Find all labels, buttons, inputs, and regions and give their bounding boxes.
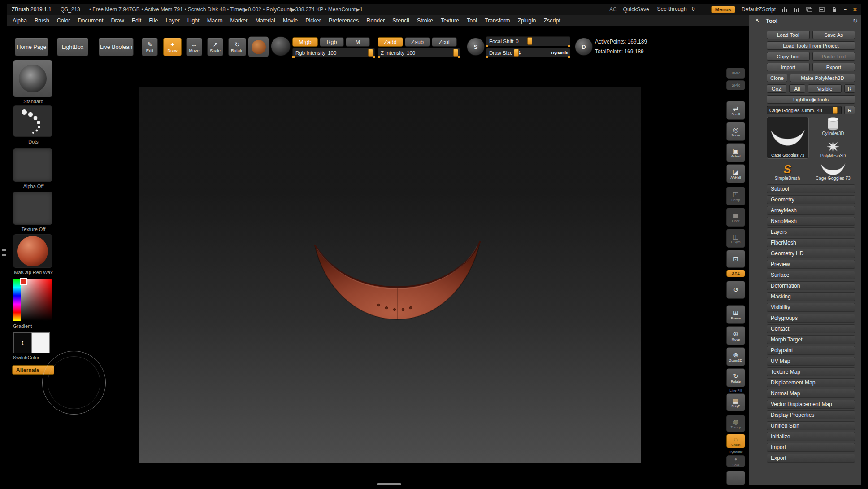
- menu-marker[interactable]: Marker: [230, 17, 248, 24]
- scale-button[interactable]: ↗ Scale: [207, 38, 223, 56]
- pressure-bars-icon[interactable]: [794, 7, 800, 12]
- main-color-swatch[interactable]: ↕: [13, 332, 31, 353]
- menu-draw[interactable]: Draw: [111, 17, 124, 24]
- menu-brush[interactable]: Brush: [35, 17, 49, 24]
- saturation-square[interactable]: [21, 279, 52, 321]
- section-deformation[interactable]: Deformation: [767, 281, 855, 290]
- tray-divider-tick[interactable]: [2, 254, 6, 256]
- section-geometry[interactable]: Geometry: [767, 195, 855, 204]
- spix-slider[interactable]: SPix: [726, 80, 745, 90]
- goz-r-button[interactable]: R: [844, 84, 855, 93]
- copy-tool-button[interactable]: Copy Tool: [767, 52, 810, 61]
- section-surface[interactable]: Surface: [767, 271, 855, 279]
- palette-collapse-icon[interactable]: ↖: [755, 17, 760, 24]
- default-zscript-button[interactable]: DefaultZScript: [742, 6, 776, 13]
- section-geometry-hd[interactable]: Geometry HD: [767, 249, 855, 258]
- zoom3d-button[interactable]: ⊛ Zoom3D: [726, 347, 745, 366]
- current-brush-thumbnail[interactable]: [13, 60, 52, 97]
- draw-button[interactable]: + Draw: [163, 38, 182, 56]
- mrgb-button[interactable]: Mrgb: [292, 37, 318, 47]
- section-polygroups[interactable]: Polygroups: [767, 314, 855, 323]
- move-3d-button[interactable]: ⊕ Move: [726, 326, 745, 345]
- see-through-slider[interactable]: See-through 0: [655, 6, 705, 13]
- menu-light[interactable]: Light: [187, 17, 200, 24]
- menu-layer[interactable]: Layer: [165, 17, 179, 24]
- solo-button[interactable]: ● Solo: [726, 455, 745, 467]
- material-thumbnail[interactable]: [13, 234, 52, 268]
- menu-color[interactable]: Color: [57, 17, 70, 24]
- menu-movie[interactable]: Movie: [283, 17, 298, 24]
- load-tool-button[interactable]: Load Tool: [767, 31, 810, 39]
- copy-canvas-icon[interactable]: [806, 7, 812, 12]
- current-material-ball[interactable]: [271, 36, 291, 56]
- export-tool-button[interactable]: Export: [812, 63, 855, 71]
- load-tools-from-project-button[interactable]: Load Tools From Project: [767, 41, 855, 50]
- section-visibility[interactable]: Visibility: [767, 303, 855, 312]
- section-import[interactable]: Import: [767, 443, 855, 452]
- menu-edit[interactable]: Edit: [132, 17, 142, 24]
- section-uv-map[interactable]: UV Map: [767, 357, 855, 366]
- rgb-intensity-slider[interactable]: Rgb Intensity 100: [292, 48, 375, 57]
- aahalf-button[interactable]: ◪ AAHalf: [726, 164, 745, 183]
- texture-thumbnail[interactable]: [13, 192, 52, 225]
- bpr-button[interactable]: BPR: [726, 68, 745, 79]
- active-tool-slider-handle[interactable]: [833, 107, 838, 114]
- active-tool-thumbnail[interactable]: Cage Goggles 73: [767, 117, 809, 159]
- section-export[interactable]: Export: [767, 454, 855, 463]
- menu-render[interactable]: Render: [366, 17, 385, 24]
- minimize-icon[interactable]: –: [844, 6, 847, 13]
- close-icon[interactable]: ×: [853, 6, 857, 13]
- menu-transform[interactable]: Transform: [485, 17, 510, 24]
- menu-zscript[interactable]: Zscript: [543, 17, 560, 24]
- tool-r-button[interactable]: R: [844, 106, 855, 114]
- menu-file[interactable]: File: [149, 17, 158, 24]
- section-contact[interactable]: Contact: [767, 324, 855, 333]
- menu-stencil[interactable]: Stencil: [392, 17, 409, 24]
- polyf-button[interactable]: ▦ PolyF: [726, 393, 745, 411]
- section-display-properties[interactable]: Display Properties: [767, 410, 855, 419]
- rgb-button[interactable]: Rgb: [320, 37, 344, 47]
- frame-button[interactable]: ⊞ Frame: [726, 305, 745, 324]
- z-intensity-slider[interactable]: Z Intensity 100: [378, 48, 460, 57]
- menu-zplugin[interactable]: Zplugin: [517, 17, 536, 24]
- section-polypaint[interactable]: Polypaint: [767, 346, 855, 355]
- z-intensity-handle[interactable]: [453, 49, 458, 57]
- import-tool-button[interactable]: Import: [767, 63, 810, 71]
- section-arraymesh[interactable]: ArrayMesh: [767, 206, 855, 215]
- menu-alpha[interactable]: Alpha: [13, 17, 27, 24]
- section-nanomesh[interactable]: NanoMesh: [767, 217, 855, 226]
- section-unified-skin[interactable]: Unified Skin: [767, 421, 855, 430]
- make-polymesh3d-button[interactable]: Make PolyMesh3D: [790, 74, 855, 82]
- menu-preferences[interactable]: Preferences: [329, 17, 359, 24]
- menu-document[interactable]: Document: [78, 17, 104, 24]
- spin-button[interactable]: ↺: [726, 281, 745, 299]
- section-initialize[interactable]: Initialize: [767, 432, 855, 441]
- sculpt-mesh[interactable]: [311, 240, 484, 323]
- draw-size-slider[interactable]: Draw Size 64 Dynamic: [486, 48, 570, 57]
- tool-slot-simplebrush[interactable]: S SimpleBrush: [767, 162, 808, 181]
- tablet-pressure-icon[interactable]: [782, 7, 788, 12]
- tool-slot-cylinder3d[interactable]: Cylinder3D: [811, 117, 855, 136]
- xyz-axis-button[interactable]: XYZ: [726, 270, 745, 277]
- section-morph-target[interactable]: Morph Target: [767, 335, 855, 344]
- local-pivot-button[interactable]: ⊡: [726, 250, 745, 268]
- ghost-button[interactable]: ◌ Ghost: [726, 434, 745, 448]
- sculptris-pro-toggle[interactable]: S: [467, 38, 485, 56]
- dynamic-brush-toggle[interactable]: D: [575, 38, 593, 56]
- menu-material[interactable]: Material: [255, 17, 275, 24]
- home-page-button[interactable]: Home Page: [15, 38, 48, 56]
- scroll-button[interactable]: ⇄ Scroll: [726, 101, 745, 120]
- goz-button[interactable]: GoZ: [767, 84, 786, 93]
- palette-reload-icon[interactable]: ↻: [853, 17, 858, 24]
- menu-picker[interactable]: Picker: [305, 17, 321, 24]
- paste-tool-button[interactable]: Paste Tool: [812, 52, 855, 61]
- section-displacement-map[interactable]: Displacement Map: [767, 378, 855, 387]
- zadd-button[interactable]: Zadd: [378, 37, 403, 47]
- focal-shift-slider[interactable]: Focal Shift 0: [486, 36, 570, 46]
- edit-button[interactable]: ✎ Edit: [142, 38, 158, 56]
- focal-shift-handle[interactable]: [527, 37, 532, 45]
- stroke-thumbnail[interactable]: [13, 105, 52, 137]
- section-texture-map[interactable]: Texture Map: [767, 367, 855, 376]
- section-layers[interactable]: Layers: [767, 227, 855, 236]
- goz-visible-button[interactable]: Visible: [808, 84, 842, 93]
